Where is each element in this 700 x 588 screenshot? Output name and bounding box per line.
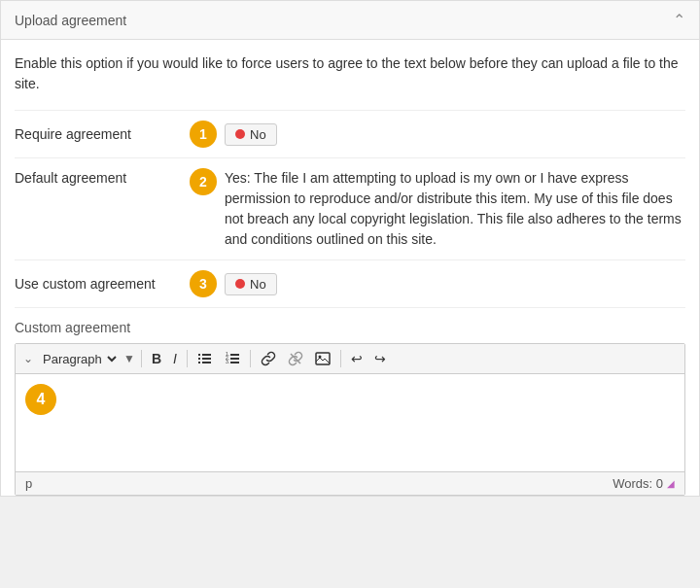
word-count: Words: 0 (612, 476, 663, 491)
paragraph-dropdown-icon: ▼ (123, 352, 135, 365)
toolbar-chevron-icon[interactable]: ⌄ (23, 352, 33, 365)
resize-handle-icon[interactable]: ◢ (667, 478, 675, 489)
description-text: Enable this option if you would like to … (15, 53, 685, 94)
step-badge-1: 1 (190, 121, 217, 148)
svg-rect-13 (316, 353, 330, 364)
toggle-dot-red-2 (235, 279, 245, 289)
upload-agreement-panel: Upload agreement ⌃ Enable this option if… (0, 0, 700, 497)
unordered-list-icon (197, 351, 213, 366)
step-badge-3: 3 (190, 270, 217, 297)
svg-rect-7 (230, 354, 239, 356)
default-agreement-content: 2 Yes: The file I am attempting to uploa… (190, 168, 685, 250)
ordered-list-button[interactable]: 1. 2. 3. (221, 349, 244, 368)
panel-title: Upload agreement (15, 13, 126, 28)
editor-tag-indicator: p (25, 476, 32, 491)
require-agreement-row: Require agreement 1 No (15, 110, 685, 157)
unordered-list-button[interactable] (193, 349, 217, 368)
use-custom-agreement-toggle-label: No (250, 277, 266, 292)
editor-content-area[interactable]: 4 (16, 374, 684, 471)
svg-rect-5 (202, 362, 211, 363)
toggle-dot-red (235, 129, 245, 139)
svg-rect-4 (198, 362, 200, 363)
default-agreement-label: Default agreement (15, 168, 190, 186)
panel-body: Enable this option if you would like to … (1, 40, 699, 496)
undo-button[interactable]: ↩ (347, 349, 367, 368)
svg-rect-11 (230, 362, 239, 363)
toolbar-divider-4 (340, 350, 341, 367)
paragraph-select[interactable]: Paragraph (37, 351, 120, 367)
use-custom-agreement-toggle[interactable]: No (225, 273, 277, 295)
default-agreement-text: Yes: The file I am attempting to upload … (225, 168, 685, 250)
step-badge-2: 2 (190, 168, 217, 195)
image-icon (315, 351, 331, 366)
link-button[interactable] (257, 349, 280, 368)
toolbar-divider-2 (187, 350, 188, 367)
toolbar-divider-1 (141, 350, 142, 367)
use-custom-agreement-label: Use custom agreement (15, 276, 190, 292)
ordered-list-icon: 1. 2. 3. (225, 351, 240, 366)
bold-button[interactable]: B (148, 349, 165, 368)
svg-rect-1 (202, 354, 211, 356)
image-button[interactable] (311, 349, 334, 368)
custom-agreement-label: Custom agreement (15, 320, 685, 335)
editor-status-bar: p Words: 0 ◢ (16, 471, 684, 495)
panel-header: Upload agreement ⌃ (1, 1, 699, 40)
svg-line-12 (291, 354, 300, 363)
svg-rect-2 (198, 358, 200, 360)
default-agreement-row: Default agreement 2 Yes: The file I am a… (15, 157, 685, 259)
unlink-icon (288, 351, 303, 366)
svg-text:3.: 3. (226, 359, 229, 364)
require-agreement-toggle[interactable]: No (225, 123, 277, 146)
custom-agreement-section: Custom agreement ⌄ Paragraph ▼ B I (15, 307, 685, 496)
link-icon (261, 351, 276, 366)
svg-rect-0 (198, 354, 200, 356)
step-badge-4: 4 (25, 384, 56, 415)
require-agreement-controls: 1 No (190, 121, 277, 148)
editor-toolbar: ⌄ Paragraph ▼ B I (16, 344, 684, 374)
use-custom-agreement-controls: 3 No (190, 270, 277, 297)
require-agreement-label: Require agreement (15, 126, 190, 142)
svg-rect-3 (202, 358, 211, 360)
toolbar-divider-3 (250, 350, 251, 367)
italic-button[interactable]: I (169, 349, 181, 368)
collapse-icon[interactable]: ⌃ (673, 11, 685, 29)
redo-button[interactable]: ↪ (370, 349, 390, 368)
svg-rect-9 (230, 358, 239, 360)
unlink-button[interactable] (284, 349, 307, 368)
require-agreement-toggle-label: No (250, 127, 266, 142)
editor-wrapper: ⌄ Paragraph ▼ B I (15, 343, 685, 496)
use-custom-agreement-row: Use custom agreement 3 No (15, 259, 685, 307)
